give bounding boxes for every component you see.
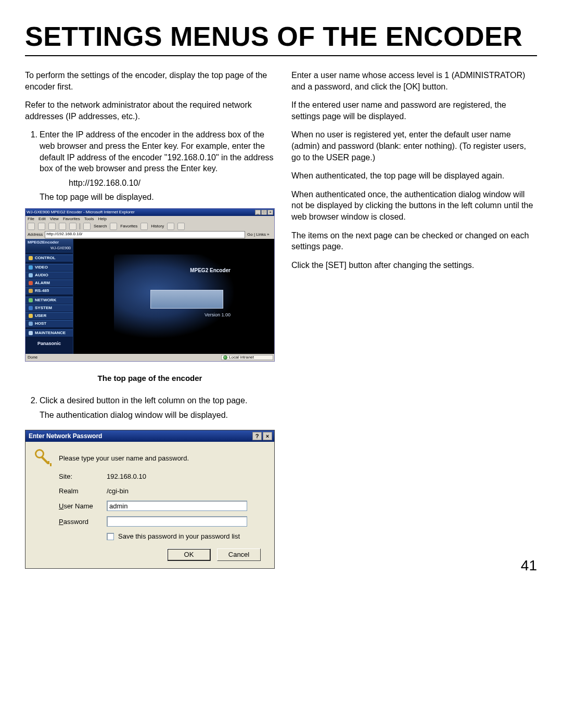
key-icon — [35, 449, 53, 467]
window-minimize-button[interactable]: _ — [255, 210, 261, 215]
page-number: 41 — [521, 557, 537, 574]
dlg-password-label: Password — [59, 517, 107, 527]
dlg-help-button[interactable]: ? — [252, 432, 262, 440]
cancel-button[interactable]: Cancel — [217, 548, 261, 561]
home-icon[interactable] — [69, 223, 76, 230]
dlg-realm-label: Realm — [59, 487, 107, 496]
right-p4: When authenticated, the top page will be… — [291, 170, 537, 182]
right-p7: Click the [SET] button after changing th… — [291, 260, 537, 271]
save-password-label: Save this password in your password list — [118, 532, 240, 541]
step1-text2: The top page will be displayed. — [40, 191, 275, 203]
address-input[interactable]: http://192.168.0.10/ — [45, 231, 245, 238]
intro-2: Refer to the network administrator about… — [25, 99, 275, 122]
sidebar-item-user[interactable]: USER — [25, 312, 73, 320]
address-label: Address — [28, 232, 43, 238]
side-header-model: WJ-GXE900 — [28, 246, 71, 250]
save-password-checkbox[interactable] — [107, 533, 114, 540]
right-p5: When authenticated once, the authenticat… — [291, 189, 537, 223]
splash-title: MPEG2 Encoder — [190, 267, 231, 274]
right-p6: The items on the next page can be checke… — [291, 230, 537, 252]
password-input[interactable] — [107, 516, 247, 527]
go-button[interactable]: Go — [247, 232, 253, 237]
links-button[interactable]: Links » — [256, 232, 269, 237]
right-p3: When no user is registered yet, enter th… — [291, 129, 537, 163]
sidebar-item-video[interactable]: VIDEO — [25, 264, 73, 272]
toolbar-favorites-label[interactable]: Favorites — [120, 224, 137, 229]
ie-menu-favorites[interactable]: Favorites — [63, 216, 80, 222]
sidebar-item-maintenance[interactable]: MAINTENANCE — [25, 329, 73, 337]
search-icon[interactable] — [83, 223, 91, 230]
sidebar-item-network[interactable]: NETWORK — [25, 297, 73, 304]
refresh-icon[interactable] — [59, 223, 66, 230]
ie-menu-file[interactable]: File — [28, 216, 34, 222]
window-maximize-button[interactable]: □ — [261, 210, 267, 215]
screenshot-caption: The top page of the encoder — [25, 373, 275, 384]
ok-button[interactable]: OK — [167, 548, 211, 561]
mail-icon[interactable] — [167, 223, 174, 230]
dlg-site-value: 192.168.0.10 — [107, 472, 265, 481]
sidebar-item-system[interactable]: SYSTEM — [25, 304, 73, 312]
sidebar-item-rs485[interactable]: RS-485 — [25, 287, 73, 295]
step1-url: http://192.168.0.10/ — [40, 177, 275, 189]
intro-1: To perform the settings of the encoder, … — [25, 70, 275, 92]
step1-number: 1. — [25, 129, 37, 141]
splash-product-image — [150, 290, 223, 309]
toolbar-search-label[interactable]: Search — [94, 224, 107, 229]
dlg-realm-value: /cgi-bin — [107, 487, 265, 496]
toolbar-history-label[interactable]: History — [151, 224, 164, 229]
username-input[interactable]: admin — [107, 501, 247, 511]
right-p2: If the entered user name and password ar… — [291, 99, 537, 122]
dlg-username-label: User Name — [59, 502, 107, 511]
right-p1: Enter a user name whose access level is … — [291, 70, 537, 92]
stop-icon[interactable] — [48, 223, 56, 230]
dlg-title: Enter Network Password — [29, 432, 251, 440]
dlg-close-button[interactable]: × — [263, 432, 272, 440]
history-icon[interactable] — [140, 223, 148, 230]
window-close-button[interactable]: × — [267, 210, 273, 215]
splash-version: Version 1.00 — [205, 312, 231, 318]
back-icon[interactable] — [28, 223, 35, 230]
encoder-top-page-screenshot: WJ-GXE900 MPEG2 Encoder - Microsoft Inte… — [25, 208, 275, 362]
step2-text2: The authentication dialog window will be… — [40, 410, 275, 421]
status-done: Done — [25, 355, 220, 361]
ie-menu-view[interactable]: View — [50, 216, 59, 222]
side-header-product: MPEG2Encoder — [28, 240, 71, 246]
title-rule — [25, 55, 537, 56]
auth-dialog: Enter Network Password ? × Please type y… — [25, 430, 275, 569]
sidebar-item-alarm[interactable]: ALARM — [25, 279, 73, 287]
step1-text1: Enter the IP address of the encoder in t… — [40, 129, 275, 174]
ie-menu-edit[interactable]: Edit — [39, 216, 46, 222]
dlg-site-label: Site: — [59, 472, 107, 481]
step2-number: 2. — [25, 395, 37, 406]
page-title: SETTINGS MENUS OF THE ENCODER — [25, 21, 537, 52]
sidebar-item-audio[interactable]: AUDIO — [25, 272, 73, 279]
forward-icon[interactable] — [38, 223, 45, 230]
globe-icon — [223, 355, 227, 360]
print-icon[interactable] — [177, 223, 185, 230]
sidebar-brand: Panasonic — [25, 340, 73, 347]
status-zone: Local intranet — [221, 355, 273, 360]
step2-text1: Click a desired button in the left colum… — [40, 395, 275, 406]
ie-menu-tools[interactable]: Tools — [84, 216, 94, 222]
favorites-icon[interactable] — [110, 223, 117, 230]
ie-title: WJ-GXE900 MPEG2 Encoder - Microsoft Inte… — [27, 210, 255, 215]
ie-menu-help[interactable]: Help — [98, 216, 106, 222]
dlg-prompt: Please type your user name and password. — [59, 454, 189, 463]
sidebar-item-control[interactable]: CONTROL — [25, 254, 73, 262]
sidebar-item-host[interactable]: HOST — [25, 320, 73, 328]
